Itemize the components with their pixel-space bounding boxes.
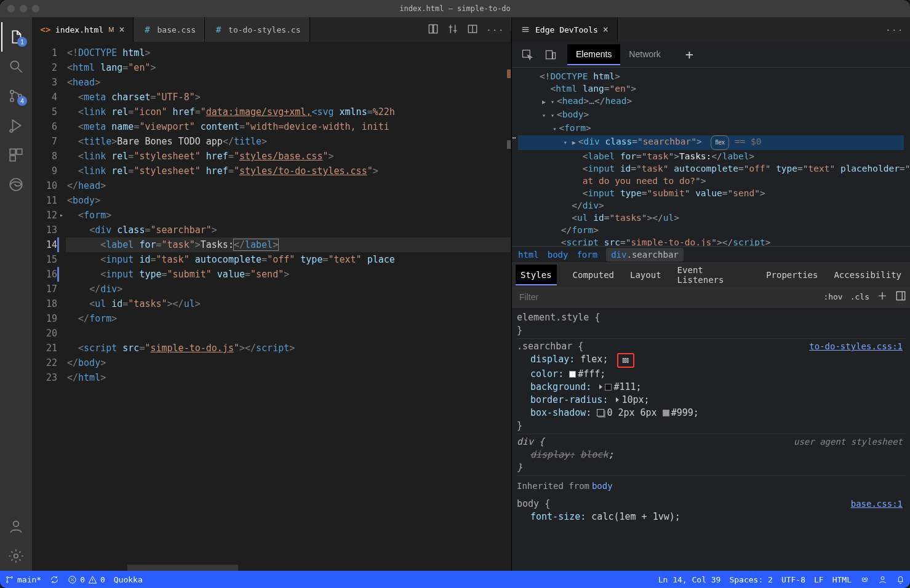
editor-tab[interactable]: #base.css <box>134 17 205 42</box>
inspect-element-icon[interactable] <box>518 46 537 64</box>
computed-toggle-icon[interactable] <box>895 290 906 303</box>
horizontal-scrollbar-thumb[interactable] <box>127 565 238 571</box>
traffic-zoom[interactable] <box>32 5 39 12</box>
status-problems[interactable]: 0 0 <box>68 575 105 584</box>
code-line[interactable]: <link rel="stylesheet" href="styles/base… <box>66 149 511 164</box>
disclosure-triangle-icon[interactable]: ▶ <box>570 137 578 149</box>
code-line[interactable]: <title>Bare Bones TODO app</title> <box>66 134 511 149</box>
compare-icon[interactable] <box>447 23 458 36</box>
close-icon[interactable]: × <box>603 24 609 35</box>
new-rule-icon[interactable] <box>877 290 888 303</box>
rule-source-link[interactable]: to-do-styles.css:1 <box>809 340 903 353</box>
flexbox-editor-button[interactable] <box>617 353 634 368</box>
code-line[interactable]: <input id="task" autocomplete="off" type… <box>66 252 511 267</box>
activity-extensions-icon[interactable] <box>1 140 31 170</box>
style-tab-event-listeners[interactable]: Event Listeners <box>677 265 751 285</box>
status-branch[interactable]: main* <box>5 575 41 584</box>
status-quokka[interactable]: Quokka <box>114 575 143 584</box>
editor-tab[interactable]: Edge DevTools × <box>512 17 618 42</box>
code-line[interactable]: <link rel="icon" href="data:image/svg+xm… <box>66 105 511 119</box>
activity-edge-icon[interactable] <box>1 170 31 199</box>
code-line[interactable]: <div class="searchbar"> <box>66 223 511 237</box>
style-tab-styles[interactable]: Styles <box>516 264 557 285</box>
code-line[interactable]: </div> <box>66 282 511 296</box>
rule-source-link[interactable]: base.css:1 <box>851 498 903 511</box>
code-editor[interactable]: 1234567891011121314151617181920212223 <!… <box>32 42 511 571</box>
expand-shorthand-icon[interactable] <box>616 397 619 402</box>
more-actions-icon[interactable]: ··· <box>886 25 904 34</box>
code-line[interactable]: <script src="simple-to-do.js"></script> <box>66 341 511 356</box>
dom-node[interactable]: ▾<form> <box>518 122 904 135</box>
code-line[interactable]: <form> <box>66 208 511 223</box>
dom-node[interactable]: ▶▾<head>…</head> <box>518 95 904 108</box>
disclosure-triangle-icon[interactable]: ▾ <box>561 137 570 149</box>
status-copilot-icon[interactable] <box>860 575 869 584</box>
disclosure-triangle-icon[interactable]: ▶ <box>540 96 548 108</box>
status-cursor-pos[interactable]: Ln 14, Col 39 <box>658 575 721 584</box>
activity-account-icon[interactable] <box>1 512 31 541</box>
style-tab-accessibility[interactable]: Accessibility <box>834 270 901 280</box>
activity-scm-icon[interactable]: 4 <box>1 81 31 111</box>
dom-node[interactable]: </div> <box>518 199 904 212</box>
editor-tab[interactable]: #to-do-styles.cs <box>205 17 309 42</box>
dom-node[interactable]: <script src="simple-to-do.js"></script> <box>518 236 904 246</box>
traffic-minimize[interactable] <box>20 5 27 12</box>
code-line[interactable]: <meta name="viewport" content="width=dev… <box>66 119 511 134</box>
code-line[interactable]: <html lang="en"> <box>66 60 511 75</box>
status-encoding[interactable]: UTF-8 <box>781 575 805 584</box>
split-icon[interactable] <box>467 23 478 36</box>
devtools-tab-network[interactable]: Network <box>620 44 669 65</box>
code-line[interactable] <box>66 326 511 341</box>
disclosure-triangle-icon[interactable]: ▾ <box>548 109 557 122</box>
dom-node[interactable]: ▾▾<body> <box>518 108 904 122</box>
hov-toggle[interactable]: :hov <box>823 292 842 301</box>
color-swatch[interactable] <box>605 384 612 391</box>
code-line[interactable]: </body> <box>66 356 511 370</box>
style-tab-layout[interactable]: Layout <box>630 270 661 280</box>
dom-node[interactable]: <label for="task">Tasks:</label> <box>518 150 904 162</box>
code-line[interactable]: </form> <box>66 311 511 326</box>
rule-div-ua[interactable]: user agent stylesheet div { display: blo… <box>517 434 905 476</box>
activity-debug-icon[interactable] <box>1 111 31 140</box>
shadow-editor-icon[interactable] <box>597 409 604 416</box>
code-line[interactable]: <label for="task">Tasks:</label> <box>66 237 511 252</box>
code-line[interactable]: <link rel="stylesheet" href="styles/to-d… <box>66 164 511 178</box>
code-line[interactable]: </head> <box>66 178 511 193</box>
crumb-body[interactable]: body <box>548 250 569 260</box>
disclosure-triangle-icon[interactable]: ▾ <box>540 109 548 122</box>
activity-settings-icon[interactable] <box>1 541 31 571</box>
code-line[interactable]: <body> <box>66 193 511 208</box>
dom-node[interactable]: </form> <box>518 224 904 236</box>
devtools-style-rules[interactable]: element.style { } to-do-styles.css:1 .se… <box>512 308 910 571</box>
more-actions-icon[interactable]: ··· <box>487 25 505 34</box>
activity-search-icon[interactable] <box>1 52 31 81</box>
dom-node[interactable]: <input id="task" autocomplete="off" type… <box>518 162 904 175</box>
crumb-form[interactable]: form <box>577 250 597 260</box>
dom-node[interactable]: ▾▶<div class="searchbar"> flex == $0 <box>518 135 904 150</box>
code-line[interactable]: </html> <box>66 370 511 385</box>
color-swatch[interactable] <box>663 410 669 416</box>
device-toggle-icon[interactable] <box>541 46 560 64</box>
dom-node[interactable]: <input type="submit" value="send"> <box>518 187 904 199</box>
status-language[interactable]: HTML <box>832 575 852 584</box>
crumb-html[interactable]: html <box>518 250 539 260</box>
dom-node[interactable]: at do you need to do?"> <box>518 175 904 187</box>
code-area[interactable]: <!DOCTYPE html><html lang="en"><head> <m… <box>66 42 511 571</box>
traffic-close[interactable] <box>7 5 15 12</box>
code-line[interactable]: <!DOCTYPE html> <box>66 46 511 60</box>
style-tab-properties[interactable]: Properties <box>766 270 818 280</box>
minimap[interactable] <box>500 42 511 558</box>
devtools-add-tab[interactable]: + <box>685 47 693 62</box>
disclosure-triangle-icon[interactable]: ▾ <box>550 123 559 135</box>
dom-node[interactable]: <ul id="tasks"></ul> <box>518 212 904 224</box>
close-icon[interactable]: × <box>119 24 124 35</box>
styles-filter-input[interactable] <box>516 292 816 302</box>
diff-icon[interactable] <box>428 23 439 36</box>
status-feedback-icon[interactable] <box>878 575 887 584</box>
dom-ellipsis-icon[interactable]: ⋯ <box>512 132 517 144</box>
cls-toggle[interactable]: .cls <box>850 292 869 301</box>
inherited-from-link[interactable]: body <box>592 481 613 491</box>
rule-body[interactable]: base.css:1 body { font-size: calc(1em + … <box>517 496 905 525</box>
code-line[interactable]: <meta charset="UTF-8"> <box>66 90 511 105</box>
status-bell-icon[interactable] <box>896 575 905 584</box>
